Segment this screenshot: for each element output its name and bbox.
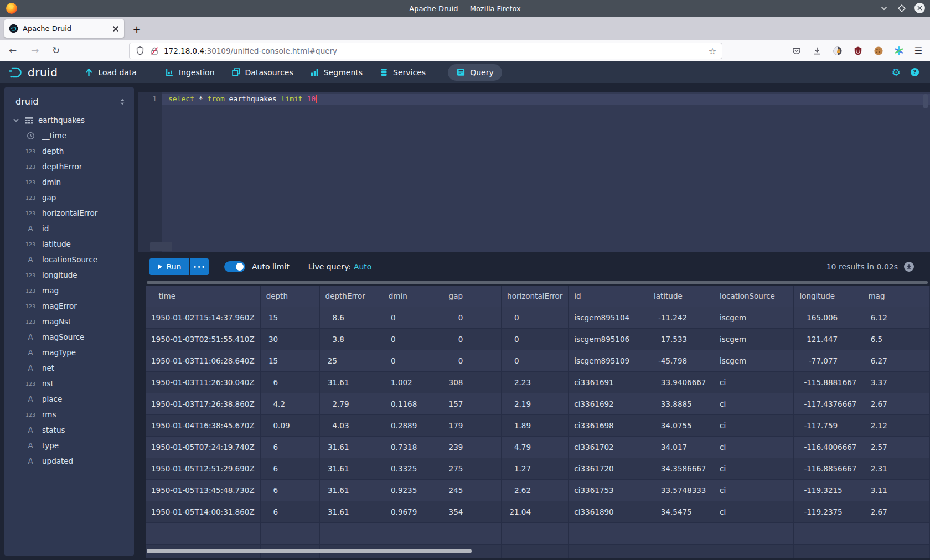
table-cell[interactable]: 0.2889	[383, 414, 443, 436]
table-cell[interactable]: 0.0000	[383, 307, 443, 328]
forward-button[interactable]: →	[27, 43, 43, 58]
table-cell[interactable]: 1950-01-02T15:14:37.960Z	[146, 307, 260, 328]
table-cell[interactable]: 34.3586667	[648, 458, 714, 479]
table-cell[interactable]: ci3361720	[569, 458, 648, 479]
table-cell[interactable]: 15.00	[260, 307, 319, 328]
table-cell[interactable]: 34.5475000	[648, 501, 714, 522]
table-cell[interactable]: 2.79	[319, 393, 383, 414]
url-text[interactable]: 172.18.0.4:30109/unified-console.html#qu…	[164, 46, 704, 55]
panel-splitter[interactable]	[147, 281, 928, 284]
chevron-down-icon[interactable]	[12, 116, 20, 124]
table-cell[interactable]: 2.31	[862, 458, 930, 479]
table-cell[interactable]: -116.8856667	[794, 458, 862, 479]
table-cell[interactable]: ci3361890	[569, 501, 648, 522]
nav-item-segments[interactable]: Segments	[302, 64, 371, 81]
table-cell[interactable]: 1950-01-05T12:51:29.690Z	[146, 458, 260, 479]
settings-gear-icon[interactable]: ⚙	[892, 68, 901, 77]
table-cell[interactable]: 0.00	[502, 328, 569, 350]
bookmark-star-icon[interactable]: ☆	[709, 46, 716, 56]
run-button[interactable]: Run	[149, 258, 189, 275]
druid-brand[interactable]: druid	[0, 66, 64, 79]
table-cell[interactable]: 165.0060000	[794, 307, 862, 328]
table-cell[interactable]: ci3361692	[569, 393, 648, 414]
table-cell[interactable]: 6.12	[862, 307, 930, 328]
table-cell[interactable]: 0	[443, 328, 502, 350]
table-cell[interactable]: 21.04	[502, 501, 569, 522]
table-cell[interactable]: 2.62	[502, 479, 569, 501]
column-header-depth[interactable]: depth	[260, 286, 319, 307]
privacy-extension-icon[interactable]	[833, 46, 843, 56]
pocket-icon[interactable]	[792, 46, 802, 56]
table-cell[interactable]: 25.00	[319, 350, 383, 371]
column-header-depthError[interactable]: depthError	[319, 286, 383, 307]
table-cell[interactable]: ci	[714, 371, 793, 393]
table-cell[interactable]: 31.61	[319, 458, 383, 479]
table-cell[interactable]: 0.00	[502, 307, 569, 328]
column-header-locationSource[interactable]: locationSource	[714, 286, 793, 307]
table-cell[interactable]: 31.61	[319, 501, 383, 522]
sidebar-field-depthError[interactable]: 123depthError	[4, 159, 134, 174]
table-cell[interactable]: -119.2375000	[794, 501, 862, 522]
table-cell[interactable]: ci3361691	[569, 371, 648, 393]
table-horizontal-scrollbar[interactable]	[147, 549, 472, 553]
table-cell[interactable]: 6.27	[862, 350, 930, 371]
table-cell[interactable]: 33.9406667	[648, 371, 714, 393]
sidebar-item-earthquakes[interactable]: earthquakes	[4, 112, 134, 128]
table-cell[interactable]: 31.61	[319, 479, 383, 501]
table-cell[interactable]: 1.89	[502, 414, 569, 436]
menu-icon[interactable]: ☰	[914, 45, 922, 56]
window-minimize-button[interactable]	[879, 3, 890, 14]
sidebar-field-longitude[interactable]: 123longitude	[4, 267, 134, 283]
table-cell[interactable]: 6.00	[260, 458, 319, 479]
new-tab-button[interactable]: +	[128, 20, 145, 37]
table-cell[interactable]: 157	[443, 393, 502, 414]
table-cell[interactable]: -77.0770000	[794, 350, 862, 371]
cookie-extension-icon[interactable]	[874, 46, 884, 56]
column-header-longitude[interactable]: longitude	[794, 286, 862, 307]
table-cell[interactable]: 1950-01-05T13:45:48.730Z	[146, 479, 260, 501]
sidebar-field-rms[interactable]: 123rms	[4, 407, 134, 422]
sidebar-field-locationSource[interactable]: AlocationSource	[4, 252, 134, 267]
sidebar-field-updated[interactable]: Aupdated	[4, 453, 134, 469]
table-cell[interactable]: 1950-01-05T07:24:19.740Z	[146, 436, 260, 458]
table-cell[interactable]: 33.5748333	[648, 479, 714, 501]
table-cell[interactable]: ci3361698	[569, 414, 648, 436]
sidebar-field-depth[interactable]: 123depth	[4, 143, 134, 159]
query-text[interactable]: select * from earthquakes limit 10	[168, 95, 317, 103]
table-cell[interactable]: 4.03	[319, 414, 383, 436]
table-cell[interactable]: ci	[714, 458, 793, 479]
column-header-horizontalError[interactable]: horizontalError	[502, 286, 569, 307]
table-cell[interactable]: ci	[714, 501, 793, 522]
help-icon[interactable]: ?	[910, 67, 920, 77]
download-results-icon[interactable]	[903, 261, 914, 272]
url-bar[interactable]: 172.18.0.4:30109/unified-console.html#qu…	[129, 43, 722, 59]
sidebar-field-magNst[interactable]: 123magNst	[4, 314, 134, 329]
sidebar-field-id[interactable]: Aid	[4, 221, 134, 236]
window-maximize-button[interactable]	[896, 3, 907, 14]
table-cell[interactable]: 2.57	[862, 436, 930, 458]
tab-apache-druid[interactable]: Apache Druid	[4, 19, 124, 38]
table-cell[interactable]: 1950-01-03T11:06:28.640Z	[146, 350, 260, 371]
column-header-id[interactable]: id	[569, 286, 648, 307]
column-header-dmin[interactable]: dmin	[383, 286, 443, 307]
table-cell[interactable]: 354	[443, 501, 502, 522]
nav-item-ingestion[interactable]: Ingestion	[157, 64, 223, 81]
table-cell[interactable]: iscgem	[714, 328, 793, 350]
table-cell[interactable]: 121.4470000	[794, 328, 862, 350]
table-cell[interactable]: ci	[714, 479, 793, 501]
sidebar-field-gap[interactable]: 123gap	[4, 190, 134, 205]
table-cell[interactable]: 6.00	[260, 371, 319, 393]
table-cell[interactable]: 0.9235	[383, 479, 443, 501]
table-cell[interactable]: 31.61	[319, 371, 383, 393]
table-cell[interactable]: 34.0170000	[648, 436, 714, 458]
table-cell[interactable]: ci	[714, 436, 793, 458]
nav-item-load-data[interactable]: Load data	[76, 64, 145, 81]
table-cell[interactable]: 245	[443, 479, 502, 501]
live-query-value[interactable]: Auto	[354, 262, 372, 271]
table-cell[interactable]: 1.0020	[383, 371, 443, 393]
table-cell[interactable]: -119.3215000	[794, 479, 862, 501]
table-cell[interactable]: 6.00	[260, 501, 319, 522]
sidebar-field-dmin[interactable]: 123dmin	[4, 174, 134, 190]
nav-item-datasources[interactable]: Datasources	[223, 64, 302, 81]
table-cell[interactable]: -45.7980000	[648, 350, 714, 371]
